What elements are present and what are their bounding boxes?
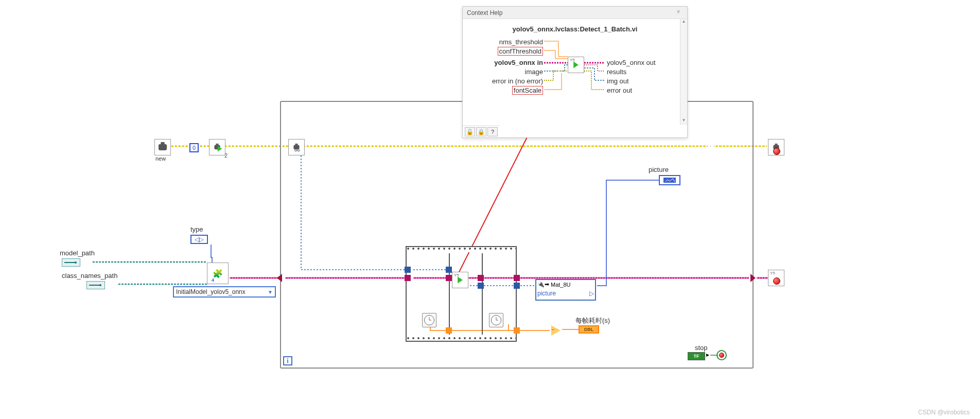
clock-icon (491, 315, 501, 325)
help-toolbar: 🔓 🔒 ? (463, 126, 500, 137)
help-vi-title: yolov5_onnx.lvclass:Detect_1_Batch.vi (471, 25, 679, 33)
stop-led-icon (719, 353, 724, 358)
camera-init-vi[interactable] (209, 139, 225, 155)
tunnel-f2-img (478, 283, 484, 289)
svg-point-2 (75, 261, 77, 264)
tunnel-f1-class (446, 275, 452, 281)
frame-time-indicator: DBL (579, 325, 599, 334)
frame-time-label: 每帧耗时(s) (575, 316, 610, 325)
dbl-text: DBL (584, 327, 594, 332)
stop-label: stop (695, 344, 708, 352)
help-output-error: error out (607, 86, 632, 94)
watermark-text: CSDN @virobotics (918, 409, 970, 416)
yolov5-close-vi[interactable]: Y5 (768, 270, 784, 286)
chevron-right-icon: ▷ (589, 290, 594, 297)
help-scrollbar[interactable]: ▲ ▼ (680, 19, 687, 125)
tunnel-tick-out1 (446, 327, 452, 334)
picture-icon (663, 178, 676, 183)
tunnel-out-class (514, 275, 520, 281)
play-icon (458, 277, 463, 284)
tunnel-f1-img (446, 267, 452, 273)
clock-icon (424, 315, 434, 325)
type-enum-control[interactable]: ◁▷ (190, 235, 208, 244)
yolov5-detect-vi[interactable]: Y5 (452, 272, 468, 288)
camera-new-vi[interactable] (154, 139, 171, 155)
tunnel-f2-class (478, 275, 484, 281)
int-constant-zero[interactable]: 0 (189, 143, 199, 152)
path-icon (87, 282, 104, 289)
model-path-label: model_path (60, 249, 95, 257)
help-question-button[interactable]: ? (487, 127, 498, 136)
tunnel-class-in (405, 275, 411, 281)
tunnel-tick-out2 (514, 327, 520, 334)
red-led-icon (773, 148, 780, 155)
help-lock-button[interactable]: 🔓 (465, 127, 475, 136)
help-output-img: img out (607, 77, 629, 85)
tf-text: TF (694, 354, 699, 359)
camera-read-vi[interactable]: 👓 (288, 139, 305, 155)
context-help-titlebar[interactable]: Context Help × (463, 7, 687, 19)
class-names-path-label: class_names_path (62, 272, 117, 280)
mat8u-to-picture-vi[interactable]: 🔌➡Mat_8U picture▷ (535, 279, 596, 301)
chevron-down-icon: ▼ (268, 289, 273, 295)
initial-model-subvi[interactable]: 🧩 4 (207, 263, 229, 284)
model-path-control[interactable] (62, 258, 80, 267)
tunnel-image-in (405, 267, 411, 273)
initial-model-ring-selector[interactable]: InitialModel_yolov5_onnx ▼ (173, 286, 276, 298)
context-help-title: Context Help (467, 9, 502, 16)
initial-model-ring-text: InitialModel_yolov5_onnx (176, 288, 246, 295)
help-detail-button[interactable]: 🔒 (476, 127, 486, 136)
tunnel-out-img (514, 283, 520, 289)
red-led-icon (773, 277, 780, 285)
path-icon (62, 259, 80, 266)
help-connector-wires (471, 38, 687, 110)
help-output-class: yolov5_onnx out (607, 59, 656, 66)
loop-condition-terminal[interactable] (716, 350, 727, 360)
context-help-window[interactable]: Context Help × yolov5_onnx.lvclass:Detec… (462, 6, 688, 138)
camera-close-vi[interactable] (768, 139, 784, 155)
iter-i-label: i (287, 357, 288, 365)
iteration-terminal: i (283, 356, 292, 365)
shift-register-right[interactable] (750, 274, 756, 282)
tick-count-vi-start[interactable] (422, 313, 436, 327)
chevron-down-icon[interactable]: ▼ (680, 118, 687, 125)
camera-new-label: new (155, 155, 166, 162)
help-output-results: results (607, 68, 626, 76)
mat-xctl-text: Mat_8U (551, 282, 571, 288)
svg-point-4 (99, 284, 101, 286)
shift-register-left[interactable] (277, 274, 282, 282)
class-names-path-control[interactable] (86, 281, 105, 289)
picture-label: picture (649, 166, 669, 173)
flat-sequence-structure[interactable] (406, 246, 517, 342)
webcam-icon (159, 144, 167, 150)
play-icon (218, 146, 222, 151)
mat-xctl-sub-text: picture (537, 290, 556, 297)
chevron-up-icon[interactable]: ▲ (680, 19, 687, 26)
int-two-label: 2 (224, 152, 227, 159)
stop-control[interactable]: TF (688, 352, 705, 360)
type-label: type (190, 225, 203, 233)
picture-indicator (659, 175, 680, 185)
stop-arrow-icon: ▸ (706, 351, 709, 358)
tick-count-vi-end[interactable] (489, 313, 503, 327)
close-icon[interactable]: × (674, 8, 683, 18)
context-help-body: yolov5_onnx.lvclass:Detect_1_Batch.vi nm… (463, 19, 687, 137)
subtract-node[interactable]: − (550, 324, 562, 337)
